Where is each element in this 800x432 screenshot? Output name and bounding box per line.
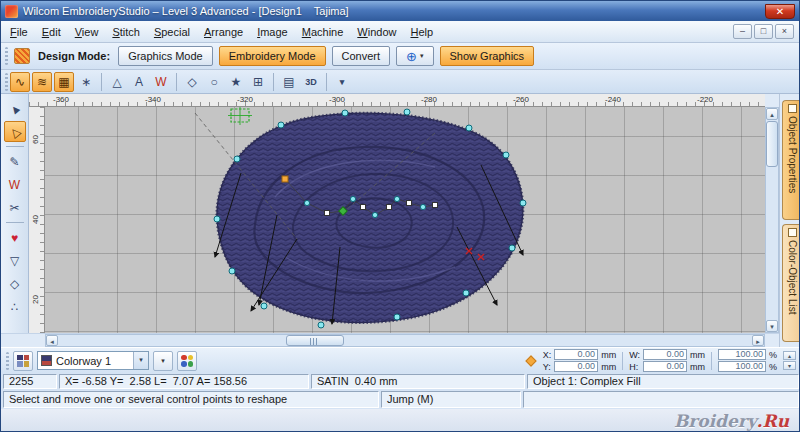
- tatami-fill-icon[interactable]: ▦: [54, 72, 74, 92]
- scroll-right-icon[interactable]: ▸: [752, 335, 764, 346]
- outline-icon[interactable]: ○: [204, 72, 224, 92]
- menu-item-view[interactable]: View: [68, 23, 106, 41]
- restore-button[interactable]: □: [754, 24, 773, 39]
- x-label: X:: [543, 350, 552, 360]
- digitize-tool-icon[interactable]: ✎: [4, 151, 26, 172]
- star-fill-icon[interactable]: ★: [226, 72, 246, 92]
- lettering-tool-icon[interactable]: W: [4, 174, 26, 195]
- menu-bar: FileEditViewStitchSpecialArrangeImageMac…: [1, 21, 799, 43]
- scroll-left-icon[interactable]: ◂: [46, 335, 58, 346]
- v-ruler-label: 20: [31, 295, 40, 304]
- docked-panel-tabs: Object Properties Color-Object List: [779, 94, 800, 347]
- embroidery-object[interactable]: [217, 113, 523, 322]
- menu-item-file[interactable]: File: [3, 23, 35, 41]
- tab-color-object-list[interactable]: Color-Object List: [782, 224, 800, 342]
- scale-y-unit: %: [769, 362, 777, 372]
- y-label: Y:: [543, 362, 552, 372]
- toolbar-separator: [101, 73, 102, 91]
- mesh-icon[interactable]: ⊞: [248, 72, 268, 92]
- menu-item-stitch[interactable]: Stitch: [105, 23, 147, 41]
- vertical-scrollbar[interactable]: ▴ ▾: [765, 107, 779, 333]
- design-canvas[interactable]: [45, 107, 765, 333]
- show-graphics-button[interactable]: Show Graphics: [440, 46, 535, 66]
- graphics-mode-button[interactable]: Graphics Mode: [118, 46, 213, 66]
- menu-item-image[interactable]: Image: [250, 23, 295, 41]
- spin-down-icon[interactable]: ▾: [783, 361, 796, 370]
- panel-icon: [788, 228, 797, 237]
- diamond-tool-icon[interactable]: ◇: [4, 273, 26, 294]
- stitch-points-tool-icon[interactable]: ∴: [4, 296, 26, 317]
- design-canvas-svg: [45, 107, 765, 333]
- embroidery-mode-button[interactable]: Embroidery Mode: [219, 46, 326, 66]
- scale-y-field[interactable]: 100.00: [718, 361, 766, 372]
- y-field[interactable]: 0.00: [554, 361, 598, 372]
- applique-icon[interactable]: ◇: [182, 72, 202, 92]
- knife-tool-icon[interactable]: ✂: [4, 197, 26, 218]
- h-ruler-label: -300: [329, 95, 345, 104]
- scale-spinner[interactable]: ▴ ▾: [783, 351, 796, 370]
- h-field[interactable]: 0.00: [643, 361, 687, 372]
- menu-item-special[interactable]: Special: [147, 23, 197, 41]
- colorway-caret-icon[interactable]: ▾: [133, 352, 148, 369]
- spin-up-icon[interactable]: ▴: [783, 351, 796, 360]
- current-tool-mode: Jump (M): [381, 391, 521, 408]
- hoop-globe-button[interactable]: ⊕ ▾: [396, 46, 433, 66]
- select-tool-icon[interactable]: ▲: [4, 98, 26, 119]
- menu-item-help[interactable]: Help: [403, 23, 440, 41]
- 3d-view-icon[interactable]: 3D: [301, 72, 321, 92]
- grid-toggle-icon[interactable]: ▤: [279, 72, 299, 92]
- close-button[interactable]: ✕: [765, 4, 795, 19]
- horizontal-scrollbar[interactable]: ◂ ▸: [45, 334, 765, 347]
- colorway-selected-value: Colorway 1: [56, 355, 111, 367]
- scroll-up-icon[interactable]: ▴: [766, 108, 778, 120]
- satin-stitch-icon[interactable]: ≋: [32, 72, 52, 92]
- toolbar-grip[interactable]: [5, 47, 8, 65]
- vertical-scroll-thumb[interactable]: [766, 121, 778, 167]
- column-shape-icon[interactable]: △: [107, 72, 127, 92]
- close-window-button[interactable]: ×: [775, 24, 794, 39]
- pointer-position: X= -6.58 Y= 2.58 L= 7.07 A= 158.56: [59, 374, 309, 389]
- toolbar-grip[interactable]: [6, 352, 9, 370]
- toolbar-separator: [711, 352, 712, 370]
- stitch-type-info: SATIN 0.40 mm: [311, 374, 525, 389]
- h-ruler: -360-340-320-300-280-260-240-220: [29, 94, 765, 107]
- colorway-editor-button[interactable]: [13, 351, 33, 371]
- scale-x-field[interactable]: 100.00: [718, 349, 766, 360]
- triangle-tool-icon[interactable]: ▽: [4, 250, 26, 271]
- mode-toolbar: Design Mode: Graphics Mode Embroidery Mo…: [1, 43, 799, 70]
- toolbar-separator: [6, 222, 24, 223]
- toolbar-separator: [273, 73, 274, 91]
- scroll-down-icon[interactable]: ▾: [766, 320, 778, 332]
- toolbar-separator: [6, 146, 24, 147]
- lettering-icon[interactable]: A: [129, 72, 149, 92]
- convert-button[interactable]: Convert: [332, 46, 391, 66]
- h-ruler-label: -220: [697, 95, 713, 104]
- motif-run-icon[interactable]: ∗: [76, 72, 96, 92]
- fusion-fill-icon[interactable]: W: [151, 72, 171, 92]
- scale-fields: 100.00 % 100.00 %: [718, 349, 777, 372]
- menu-item-machine[interactable]: Machine: [295, 23, 351, 41]
- color-palette-button[interactable]: [177, 351, 197, 371]
- scale-x-unit: %: [769, 350, 777, 360]
- tab-object-properties[interactable]: Object Properties: [782, 100, 800, 220]
- hint-bar: Select and move one or several control p…: [1, 390, 800, 409]
- horizontal-scroll-thumb[interactable]: [286, 335, 344, 346]
- menu-item-edit[interactable]: Edit: [35, 23, 68, 41]
- h-ruler-label: -340: [145, 95, 161, 104]
- toolbar-options-icon[interactable]: ▾: [332, 72, 352, 92]
- colorway-select[interactable]: Colorway 1 ▾: [37, 351, 149, 370]
- run-stitch-icon[interactable]: ∿: [10, 72, 30, 92]
- minimize-button[interactable]: –: [733, 24, 752, 39]
- panel-icon: [788, 104, 797, 113]
- w-field[interactable]: 0.00: [643, 349, 687, 360]
- palette-icon: [181, 355, 193, 367]
- shape-tool-icon[interactable]: ♥: [4, 227, 26, 248]
- menu-item-window[interactable]: Window: [350, 23, 403, 41]
- x-field[interactable]: 0.00: [554, 349, 598, 360]
- menu-item-arrange[interactable]: Arrange: [197, 23, 250, 41]
- reshape-tool-icon[interactable]: △: [4, 121, 26, 142]
- transform-anchor-icon[interactable]: [525, 355, 536, 366]
- toolbar-grip[interactable]: [5, 73, 8, 91]
- tab-label: Color-Object List: [787, 240, 798, 314]
- colorway-menu-button[interactable]: ▾: [153, 351, 173, 371]
